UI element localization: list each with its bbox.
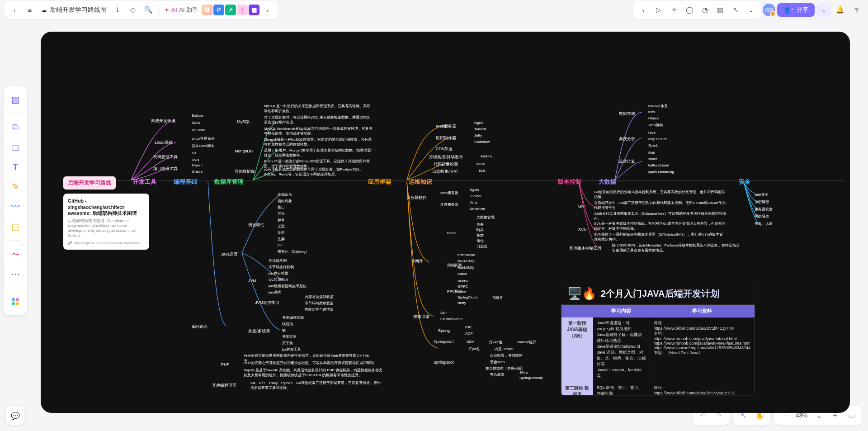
node[interactable]: Solr [439, 310, 448, 315]
node[interactable]: map reduce [646, 137, 669, 142]
node[interactable]: 搜索引擎 [411, 313, 431, 320]
app-share-icon[interactable]: ↗ [225, 5, 236, 15]
tool-apps[interactable] [6, 293, 24, 311]
node[interactable]: 内置Tomcat [493, 346, 515, 352]
node[interactable]: 适用于多用户、MongoDB常用于处理大量非结构化数据、地理位置/社交、社交网络… [262, 147, 375, 158]
node[interactable]: juc并发工具 [280, 346, 303, 352]
node[interactable]: jvm性能监控与故障定位 [267, 283, 308, 289]
node[interactable]: 持续集成/持续发布 [427, 154, 465, 161]
node[interactable]: Tomcat [472, 127, 488, 132]
branch-ops[interactable]: 运维知识 [407, 177, 434, 186]
node[interactable]: 大数据管理 [475, 214, 496, 220]
node[interactable]: Nginx [468, 187, 481, 192]
node[interactable]: Jetty [472, 133, 484, 138]
node[interactable]: C#、C++、Ruby、Python、Go等也经常广泛用于后端开发，它们各有特点… [249, 380, 384, 391]
node[interactable]: 注解 [276, 236, 287, 242]
search-icon[interactable]: 🔍 [141, 3, 156, 17]
node[interactable]: Linux基础 [153, 139, 175, 146]
node[interactable]: 应用制作器 [434, 135, 458, 142]
node[interactable]: 性能监控与调优篇 [303, 307, 335, 313]
node[interactable]: SpringBoot [432, 360, 456, 365]
node[interactable]: 服务器软件 [405, 194, 429, 201]
node[interactable]: memcache [456, 252, 477, 257]
node[interactable]: 泛型 [276, 223, 287, 229]
node[interactable]: 流式计算 [617, 158, 637, 165]
node[interactable]: 原子类 [280, 340, 295, 346]
node[interactable]: 类加载机制 [267, 258, 288, 264]
node[interactable]: SVN提供了一系列的命令和图形化界面（如TortoiseSVN），用于进行代码版… [592, 232, 728, 242]
node[interactable]: JVM [246, 278, 258, 284]
node[interactable]: Redis [445, 231, 458, 236]
node[interactable]: CDN加速 [434, 146, 455, 152]
node[interactable]: kafka stream [646, 163, 671, 168]
node[interactable]: Web服务器 [439, 190, 460, 196]
node[interactable]: ElasticSearch [439, 317, 464, 322]
node[interactable]: Hbase [646, 116, 660, 121]
node[interactable]: 代码管理工具 [151, 154, 179, 161]
canvas[interactable]: 后端开发学习路线 开发工具 编程基础 数据库管理 应用框架 运维知识 版本控制 … [41, 32, 850, 413]
app-image-icon[interactable]: 🖼 [202, 5, 212, 15]
node[interactable]: spark streaming [646, 169, 676, 174]
node[interactable]: Jenkins [478, 154, 494, 159]
node[interactable]: 线程池 [280, 321, 295, 327]
node[interactable]: PHP [219, 362, 231, 367]
node[interactable]: 整合权限 [488, 372, 506, 378]
node[interactable]: 授权、认证 [753, 221, 774, 227]
branch-fw[interactable]: 应用框架 [366, 177, 393, 186]
node[interactable]: 并发容器 [280, 334, 298, 340]
tool-sticky[interactable]: ▢ [6, 218, 24, 236]
node[interactable]: Web服务器 [434, 123, 458, 130]
node[interactable]: 反射 [276, 230, 287, 236]
node[interactable]: 代码质量检测 [432, 161, 460, 168]
node[interactable]: 对于后端开发时，可以使用MySQL来存储和检索数据，并通过SQL语言进行操作管理… [262, 114, 375, 125]
tag-icon[interactable]: ◇ [126, 3, 140, 17]
node[interactable]: SVN是一种集中式版本控制系统，它相对于Git而言在分支管理上有差异，但仍然为稳… [592, 221, 728, 232]
node[interactable]: 文件服务器 [439, 202, 460, 208]
node[interactable]: Nginx [472, 120, 485, 125]
node[interactable]: Thrift [456, 289, 467, 294]
node[interactable]: Jetty [468, 200, 479, 205]
node[interactable]: 日志收集/分析 [430, 168, 460, 175]
node[interactable]: 整合Web [488, 359, 506, 365]
node[interactable]: Linux常用命令 [190, 136, 217, 142]
node[interactable]: SVN [190, 157, 201, 162]
tool-shape[interactable]: ◻ [6, 138, 24, 156]
node[interactable]: 编程语言 [190, 323, 210, 330]
node[interactable]: RabbitMQ [456, 265, 476, 270]
chart-icon[interactable]: ▥ [713, 3, 727, 17]
tool-pen[interactable]: ✎ [6, 178, 24, 196]
play-icon[interactable]: ▷ [651, 3, 666, 17]
tool-more[interactable]: ⋯ [6, 265, 24, 283]
dropdown-icon[interactable]: ⌄ [744, 3, 758, 17]
node[interactable]: 离线分析 [617, 136, 637, 142]
node[interactable]: Maven [190, 163, 204, 168]
cursor-icon[interactable]: ↖ [728, 3, 743, 17]
app-p-icon[interactable]: P [213, 5, 224, 15]
node[interactable]: SpringSecurity [518, 375, 545, 380]
app-grid-icon[interactable]: ▦ [249, 5, 259, 15]
node[interactable]: GC垃圾回收 [267, 277, 290, 283]
node[interactable]: 接口 [276, 204, 287, 210]
node[interactable]: Gradle [190, 169, 204, 174]
node[interactable]: 打jar包 [467, 346, 481, 352]
timer-icon[interactable]: ◔ [698, 3, 712, 17]
node[interactable]: 锁 [280, 327, 288, 333]
node[interactable]: hadoop体系 [646, 103, 670, 109]
branch-devtools[interactable]: 开发工具 [131, 177, 158, 186]
node[interactable]: 图形化（如Swing） [276, 249, 311, 255]
node[interactable]: hdfs [646, 109, 657, 114]
menu-button[interactable]: ≡ [23, 3, 37, 17]
node[interactable]: JVM底层学习 [253, 299, 281, 306]
avatar[interactable]: 城埔 [763, 4, 775, 16]
download-icon[interactable]: ⤓ [110, 3, 125, 17]
node[interactable]: 基础语法 [276, 192, 294, 198]
node[interactable]: 打war包 [487, 339, 504, 345]
node[interactable]: Yarn架构 [646, 122, 665, 128]
node[interactable]: 其他数据库 [233, 168, 257, 175]
node[interactable]: AOP [463, 331, 475, 336]
node[interactable]: Git是目前最流行的分布式版本控制系统，它具有高效的分支管理、合并和代码追踪功能… [592, 189, 728, 200]
node[interactable]: Hyperf 是基于Swoole 高性能、高灵活性的从设计到 PHP 协程框架，… [242, 367, 387, 378]
node[interactable]: 自动配置，开箱即用 [488, 353, 524, 359]
node[interactable]: Eclipse [190, 113, 205, 118]
expand-icon[interactable]: › [636, 3, 651, 17]
